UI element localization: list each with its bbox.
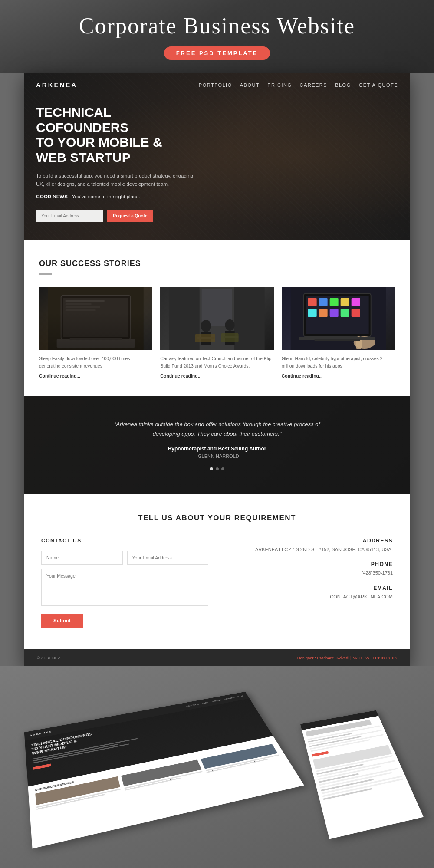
- contact-form-heading: CONTACT US: [41, 538, 208, 544]
- iso-main-page: ARKENEA PORTFOLIO ABOUT PRICING CAREERS …: [24, 692, 304, 848]
- story-desc-1: Sleep Easily downloaded over 400,000 tim…: [39, 355, 152, 370]
- hero-body-text: To build a successful app, you need a sm…: [36, 172, 194, 188]
- site-footer: © ARKENEA Designer : Prashant Dwivedi | …: [24, 649, 410, 666]
- svg-rect-32: [340, 309, 349, 317]
- story-image-3: [282, 287, 395, 350]
- stories-grid: Sleep Easily downloaded over 400,000 tim…: [39, 287, 395, 378]
- story-link-1[interactable]: Continue reading...: [39, 373, 152, 378]
- story-image-1: [39, 287, 152, 350]
- dot-2[interactable]: [216, 467, 219, 470]
- address-value: ARKENEA LLC 47 S 2ND ST #152, SAN JOSE, …: [226, 546, 393, 554]
- nav-get-quote[interactable]: GET A QUOTE: [359, 82, 398, 88]
- testimonial-section: "Arkenea thinks outside the box and offe…: [24, 396, 410, 494]
- testimonial-author: Hypnotherapist and Best Selling Author: [41, 446, 393, 452]
- story-card-1: Sleep Easily downloaded over 400,000 tim…: [39, 287, 152, 378]
- svg-rect-28: [351, 298, 360, 306]
- hero-headline: TECHNICAL COFOUNDERS TO YOUR MOBILE & WE…: [36, 105, 194, 165]
- iso-container: ARKENEA PORTFOLIO ABOUT PRICING CAREERS …: [9, 679, 425, 866]
- phone-value: (428)350-1761: [226, 569, 393, 577]
- dot-1[interactable]: [210, 467, 213, 470]
- hero-content: TECHNICAL COFOUNDERS TO YOUR MOBILE & WE…: [24, 96, 206, 240]
- svg-rect-31: [329, 309, 338, 317]
- dot-3[interactable]: [221, 467, 224, 470]
- svg-point-15: [225, 319, 235, 331]
- request-quote-button[interactable]: Request a Quote: [107, 210, 153, 222]
- contact-form-area: CONTACT US Submit: [41, 538, 208, 628]
- testimonial-name: - GLENN HARROLD: [41, 454, 393, 459]
- svg-rect-26: [329, 298, 338, 306]
- svg-rect-24: [308, 298, 316, 306]
- hero-form: Request a Quote: [36, 210, 194, 222]
- svg-rect-9: [48, 287, 144, 350]
- page-title: Corporate Business Website: [9, 13, 425, 39]
- svg-rect-7: [57, 339, 135, 348]
- free-badge: FREE PSD TEMPLATE: [164, 46, 270, 60]
- nav-links: PORTFOLIO ABOUT PRICING CAREERS BLOG GET…: [199, 81, 398, 89]
- success-heading: OUR SUCCESS STORIES: [39, 259, 395, 268]
- story-desc-3: Glenn Harrold, celebrity hypnotherapist,…: [282, 355, 395, 370]
- phone-block: PHONE (428)350-1761: [226, 561, 393, 577]
- svg-rect-30: [319, 309, 327, 317]
- email-block: EMAIL CONTACT@ARKENEA.COM: [226, 585, 393, 601]
- section-divider: [39, 273, 52, 275]
- svg-rect-19: [195, 334, 215, 342]
- name-input[interactable]: [41, 551, 123, 565]
- testimonial-quote: "Arkenea thinks outside the box and offe…: [104, 420, 330, 439]
- svg-point-13: [201, 320, 211, 332]
- svg-rect-33: [351, 309, 360, 317]
- svg-rect-20: [221, 333, 239, 342]
- svg-rect-27: [340, 298, 349, 306]
- email-value: CONTACT@ARKENEA.COM: [226, 593, 393, 601]
- svg-rect-29: [308, 309, 316, 317]
- iso-right-page: [300, 710, 424, 839]
- email-input[interactable]: [36, 210, 103, 222]
- contact-heading: TELL US ABOUT YOUR REQUIREMENT: [41, 514, 393, 523]
- story-desc-2: Canvisy featured on TechCrunch and winne…: [160, 355, 273, 370]
- site-logo: ARKENEA: [36, 81, 77, 89]
- website-preview: ARKENEA PORTFOLIO ABOUT PRICING CAREERS …: [24, 73, 410, 666]
- bottom-preview-section: ARKENEA PORTFOLIO ABOUT PRICING CAREERS …: [0, 666, 434, 868]
- nav-portfolio[interactable]: PORTFOLIO: [199, 82, 232, 88]
- svg-rect-8: [70, 338, 122, 340]
- hero-good-news: GOOD NEWS - You've come to the right pla…: [36, 193, 194, 201]
- address-label: ADDRESS: [226, 538, 393, 544]
- nav-blog[interactable]: BLOG: [335, 82, 351, 88]
- contact-grid: CONTACT US Submit ADDRESS ARKENEA LLC 47…: [41, 538, 393, 628]
- nav-about[interactable]: ABOUT: [240, 82, 260, 88]
- page-header: Corporate Business Website FREE PSD TEMP…: [0, 0, 434, 73]
- footer-copyright: © ARKENEA: [37, 655, 61, 660]
- contact-email-input[interactable]: [127, 551, 209, 565]
- contact-info-area: ADDRESS ARKENEA LLC 47 S 2ND ST #152, SA…: [226, 538, 393, 628]
- story-link-3[interactable]: Continue reading...: [282, 373, 395, 378]
- email-label: EMAIL: [226, 585, 393, 591]
- phone-label: PHONE: [226, 561, 393, 567]
- hero-nav: ARKENEA PORTFOLIO ABOUT PRICING CAREERS …: [24, 73, 410, 96]
- submit-button[interactable]: Submit: [41, 614, 83, 628]
- svg-rect-25: [319, 298, 327, 306]
- story-card-3: Glenn Harrold, celebrity hypnotherapist,…: [282, 287, 395, 378]
- hero-section: ARKENEA PORTFOLIO ABOUT PRICING CAREERS …: [24, 73, 410, 240]
- form-row-name-email: [41, 551, 208, 565]
- footer-credit: Designer : Prashant Dwivedi | MADE WITH …: [297, 655, 397, 660]
- success-stories-section: OUR SUCCESS STORIES: [24, 240, 410, 396]
- svg-rect-37: [314, 339, 360, 341]
- story-image-2: [160, 287, 273, 350]
- contact-section: TELL US ABOUT YOUR REQUIREMENT CONTACT U…: [24, 494, 410, 649]
- story-card-2: Canvisy featured on TechCrunch and winne…: [160, 287, 273, 378]
- story-link-2[interactable]: Continue reading...: [160, 373, 273, 378]
- address-block: ADDRESS ARKENEA LLC 47 S 2ND ST #152, SA…: [226, 538, 393, 554]
- testimonial-dots: [41, 467, 393, 470]
- nav-careers[interactable]: CAREERS: [299, 82, 327, 88]
- nav-pricing[interactable]: PRICING: [267, 82, 292, 88]
- message-input[interactable]: [41, 569, 208, 606]
